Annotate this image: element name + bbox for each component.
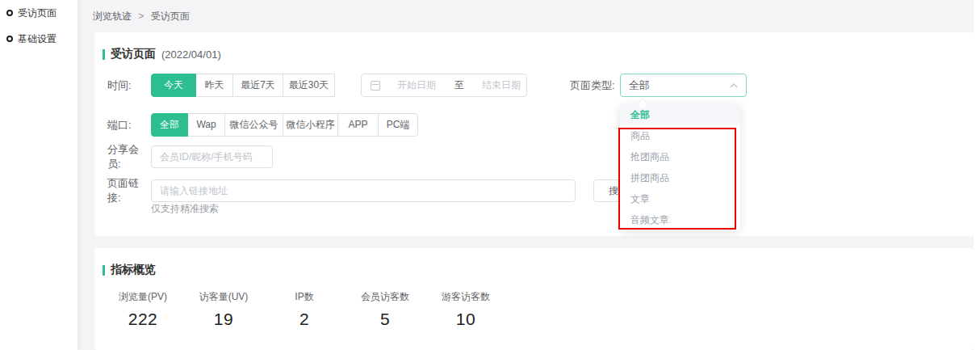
panel-title-text: 受访页面 (111, 47, 156, 61)
metrics-title-text: 指标概览 (111, 263, 156, 277)
page-link-label: 页面链接: (107, 176, 151, 205)
port-button-app[interactable]: APP (337, 113, 379, 137)
share-member-input[interactable] (151, 145, 273, 168)
page-type-dropdown: 全部 商品 抢团商品 拼团商品 文章 音频文章 (620, 104, 740, 230)
port-button-all[interactable]: 全部 (151, 113, 188, 137)
sidebar-item-basic-settings[interactable]: 基础设置 (0, 26, 77, 52)
panel-date-note: (2022/04/01) (161, 48, 221, 61)
share-member-label: 分享会员: (107, 142, 151, 171)
breadcrumb-separator: > (138, 11, 144, 22)
stat-pv: 浏览量(PV) 222 (103, 290, 183, 329)
stat-ip: IP数 2 (264, 290, 345, 329)
stat-value: 5 (345, 310, 425, 329)
visited-page-panel: 受访页面 (2022/04/01) 时间: 今天 昨天 最近7天 最近30天 开… (94, 32, 974, 236)
metrics-title: 指标概览 (103, 263, 156, 277)
dropdown-option-group-goods[interactable]: 拼团商品 (620, 167, 740, 188)
start-date-placeholder[interactable]: 开始日期 (397, 78, 436, 92)
stat-label: IP数 (264, 290, 345, 304)
dropdown-option-all[interactable]: 全部 (620, 104, 740, 125)
dropdown-option-grab-group-goods[interactable]: 抢团商品 (620, 146, 740, 167)
title-accent-bar (103, 49, 105, 60)
port-button-wechat-miniprogram[interactable]: 微信小程序 (283, 113, 338, 137)
dropdown-option-audio-article[interactable]: 音频文章 (620, 209, 740, 230)
port-button-wap[interactable]: Wap (187, 113, 225, 137)
dropdown-option-article[interactable]: 文章 (620, 188, 740, 209)
time-label: 时间: (107, 78, 151, 93)
time-button-yesterday[interactable]: 昨天 (195, 74, 233, 97)
port-label: 端口: (107, 118, 151, 133)
stat-value: 10 (425, 310, 506, 329)
port-filter-row: 端口: 全部 Wap 微信公众号 微信小程序 APP PC端 (107, 113, 974, 137)
date-range-picker[interactable]: 开始日期 至 结束日期 (361, 74, 527, 97)
sidebar-item-visited-pages[interactable]: 受访页面 (0, 0, 77, 26)
scrollbar[interactable] (974, 0, 980, 350)
sidebar-item-label: 基础设置 (18, 32, 57, 46)
breadcrumb-parent[interactable]: 浏览轨迹 (93, 11, 132, 22)
metrics-panel: 指标概览 浏览量(PV) 222 访客量(UV) 19 IP数 2 会员访客数 … (94, 248, 974, 350)
stat-uv: 访客量(UV) 19 (183, 290, 264, 329)
port-button-pc[interactable]: PC端 (378, 113, 418, 137)
share-member-row: 分享会员: (107, 142, 974, 171)
circle-icon (6, 10, 13, 16)
stat-label: 会员访客数 (345, 290, 425, 304)
sidebar-item-label: 受访页面 (18, 6, 57, 20)
stat-label: 浏览量(PV) (103, 290, 183, 304)
panel-title: 受访页面 (2022/04/01) (103, 47, 221, 61)
dropdown-option-goods[interactable]: 商品 (620, 125, 740, 146)
time-filter-row: 时间: 今天 昨天 最近7天 最近30天 开始日期 至 结束日期 页面类型: 全… (107, 74, 974, 97)
page-type-label: 页面类型: (570, 78, 615, 93)
stat-label: 访客量(UV) (183, 290, 264, 304)
title-accent-bar (103, 265, 105, 276)
page-type-selected-value: 全部 (629, 78, 650, 93)
circle-icon (6, 36, 13, 42)
end-date-placeholder[interactable]: 结束日期 (482, 78, 521, 92)
stat-member-visitors: 会员访客数 5 (345, 290, 425, 329)
chevron-up-icon (730, 83, 738, 88)
page-link-input[interactable] (151, 179, 576, 202)
sidebar: 受访页面 基础设置 (0, 0, 78, 350)
calendar-icon (371, 81, 380, 91)
stat-value: 2 (264, 310, 345, 329)
breadcrumb-current: 受访页面 (151, 11, 190, 22)
stat-label: 游客访客数 (425, 290, 506, 304)
port-button-wechat-official[interactable]: 微信公众号 (224, 113, 283, 137)
stat-value: 19 (183, 310, 264, 329)
stat-guest-visitors: 游客访客数 10 (425, 290, 506, 329)
time-button-last30days[interactable]: 最近30天 (283, 74, 335, 97)
page-type-select[interactable]: 全部 (620, 74, 747, 97)
page-link-row: 页面链接: 搜索 (107, 176, 974, 205)
time-button-last7days[interactable]: 最近7天 (232, 74, 283, 97)
stats-row: 浏览量(PV) 222 访客量(UV) 19 IP数 2 会员访客数 5 游客访… (103, 290, 506, 329)
search-hint: 仅支持精准搜索 (151, 202, 219, 216)
time-button-today[interactable]: 今天 (151, 74, 196, 97)
breadcrumb: 浏览轨迹 > 受访页面 (93, 10, 190, 23)
stat-value: 222 (103, 310, 183, 329)
date-range-to-label: 至 (454, 78, 464, 92)
